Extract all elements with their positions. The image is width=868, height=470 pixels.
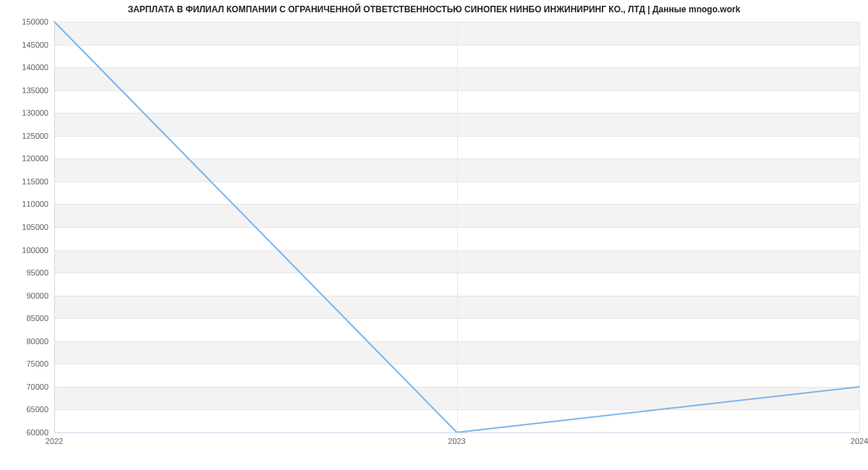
y-tick-label: 140000 — [22, 63, 48, 72]
y-tick-label: 110000 — [22, 200, 48, 208]
y-tick-label: 145000 — [22, 40, 48, 49]
line-series — [54, 22, 859, 432]
x-tick-label: 2023 — [448, 437, 465, 445]
y-tick-label: 75000 — [26, 359, 48, 368]
plot-area: 6000065000700007500080000850009000095000… — [54, 22, 859, 432]
x-tick-label: 2022 — [46, 437, 63, 445]
y-tick-label: 135000 — [22, 86, 48, 95]
y-axis — [54, 22, 55, 432]
y-tick-label: 60000 — [26, 428, 48, 437]
y-tick-label: 65000 — [26, 405, 48, 414]
chart-container: ЗАРПЛАТА В ФИЛИАЛ КОМПАНИИ С ОГРАНИЧЕННО… — [0, 0, 868, 470]
y-tick-label: 130000 — [22, 108, 48, 117]
y-tick-label: 90000 — [26, 291, 48, 300]
gridline-vertical — [859, 22, 860, 432]
y-tick-label: 105000 — [22, 223, 48, 231]
x-tick-label: 2024 — [851, 437, 868, 445]
y-tick-label: 85000 — [26, 314, 48, 322]
y-tick-label: 80000 — [26, 337, 48, 346]
y-tick-label: 100000 — [22, 246, 48, 255]
x-axis — [54, 432, 859, 433]
y-tick-label: 115000 — [22, 177, 48, 186]
y-tick-label: 120000 — [22, 154, 48, 163]
chart-title: ЗАРПЛАТА В ФИЛИАЛ КОМПАНИИ С ОГРАНИЧЕННО… — [0, 4, 868, 14]
y-tick-label: 150000 — [22, 17, 48, 26]
y-tick-label: 125000 — [22, 132, 48, 140]
y-tick-label: 95000 — [26, 268, 48, 277]
y-tick-label: 70000 — [26, 383, 48, 391]
salary-line — [54, 22, 859, 432]
